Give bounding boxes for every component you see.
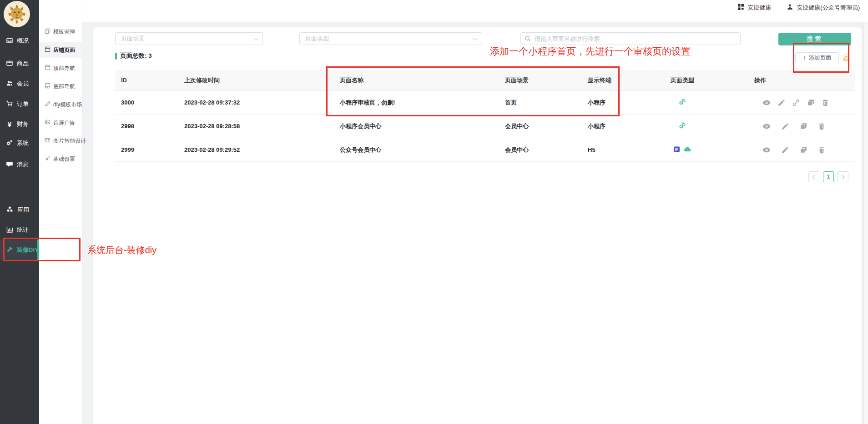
sidebar-item-finance[interactable]: ¥ 财务: [0, 115, 39, 133]
user-menu[interactable]: 安捷健康(公众号管理员): [787, 4, 860, 12]
cell-modified: 2023-02-28 09:28:58: [178, 123, 334, 130]
chevron-left-icon: [812, 175, 817, 179]
apps-icon: [6, 205, 14, 214]
cell-modified: 2023-02-28 09:29:52: [178, 146, 334, 153]
cell-scene: 会员中心: [499, 146, 582, 154]
chevron-down-icon: [254, 36, 258, 41]
brand-logo[interactable]: [4, 1, 30, 27]
cell-name: 小程序会员中心: [334, 122, 499, 130]
copy-icon[interactable]: [799, 146, 807, 154]
cell-type: [646, 121, 719, 131]
cell-id: 3000: [115, 99, 178, 106]
sidebar-item-diy[interactable]: 装修DIY: [0, 239, 39, 260]
cell-id: 2998: [115, 123, 178, 130]
sidebar-item-overview[interactable]: 概况: [0, 32, 39, 50]
cell-terminal: 小程序: [582, 99, 646, 107]
finance-icon: ¥: [6, 120, 13, 128]
top-header: 安捷健康 安捷健康(公众号管理员): [39, 0, 868, 22]
cloud-icon: [683, 145, 692, 155]
submenu-item-top-nav[interactable]: 顶部导航: [39, 60, 82, 76]
bottom-nav-icon: [45, 83, 50, 90]
submenu-item-basic-settings[interactable]: 基础设置: [39, 151, 82, 167]
total-count-label: 页面总数: 3: [120, 52, 152, 60]
cell-scene: 会员中心: [499, 122, 582, 130]
delete-icon[interactable]: [818, 122, 826, 130]
sidebar-item-orders[interactable]: 订单: [0, 95, 39, 113]
image-design-icon: [45, 137, 50, 145]
vertical-scrollbar[interactable]: [863, 22, 868, 424]
overview-icon: [6, 37, 13, 45]
active-item-indicator: [37, 239, 39, 260]
annotation-note-bottom: 系统后台-装修diy: [87, 244, 156, 256]
cell-modified: 2023-02-28 09:37:32: [178, 99, 334, 106]
search-input[interactable]: [520, 32, 741, 45]
cell-name: 小程序审核页，勿删!: [334, 99, 499, 107]
table-row: 2998 2023-02-28 09:28:58 小程序会员中心 会员中心 小程…: [115, 115, 855, 138]
submenu-item-smart-image[interactable]: 图片智能设计: [39, 133, 82, 149]
members-icon: [6, 80, 13, 88]
view-icon[interactable]: [762, 98, 771, 107]
cell-name: 公众号会员中心: [334, 146, 499, 154]
copy-icon[interactable]: [807, 99, 815, 107]
submenu-item-shop-pages[interactable]: 店铺页面: [39, 42, 82, 58]
col-header-id: ID: [115, 77, 178, 84]
message-icon: [6, 160, 13, 169]
cell-scene: 首页: [499, 99, 582, 107]
page-type-select[interactable]: 页面类型: [299, 32, 482, 45]
delete-icon[interactable]: [818, 146, 826, 154]
copy-icon[interactable]: [799, 122, 807, 130]
submenu-item-splash-ad[interactable]: 首屏广告: [39, 115, 82, 130]
pages-table: ID 上次修改时间 页面名称 页面场景 显示终端 页面类型 操作 3000 20…: [115, 70, 855, 162]
plus-icon: +: [802, 54, 806, 61]
sidebar-item-stats[interactable]: 统计: [0, 221, 39, 239]
cell-actions: [719, 98, 855, 107]
search-icon: [525, 35, 531, 44]
sidebar-item-members[interactable]: 会员: [0, 75, 39, 93]
ad-banner-icon: [45, 119, 50, 126]
total-summary: 页面总数: 3: [115, 52, 152, 60]
app-window: 安捷健康 安捷健康(公众号管理员): [0, 0, 868, 424]
page-number-button[interactable]: 1: [823, 171, 834, 182]
workspace-switcher[interactable]: 安捷健康: [737, 4, 771, 12]
chevron-down-icon: [473, 36, 478, 41]
sidebar-item-apps[interactable]: 应用: [0, 201, 39, 219]
cell-terminal: H5: [582, 146, 646, 153]
orders-icon: [6, 100, 13, 109]
miniprogram-icon: [678, 98, 686, 107]
edit-icon[interactable]: [781, 146, 789, 154]
next-page-button[interactable]: [838, 171, 848, 182]
system-icon: [6, 139, 13, 148]
prev-page-button[interactable]: [808, 171, 819, 182]
link-icon[interactable]: [792, 99, 800, 107]
workspace-label: 安捷健康: [747, 4, 771, 12]
user-icon: [787, 4, 793, 12]
page-name-search: [520, 32, 741, 45]
cell-actions: [719, 122, 855, 131]
sidebar-item-system[interactable]: 系统: [0, 134, 39, 152]
diy-hammer-icon: [6, 246, 13, 254]
col-header-terminal: 显示终端: [582, 76, 646, 85]
col-header-name: 页面名称: [334, 76, 499, 85]
pagination: 1: [808, 171, 848, 182]
submenu-item-template-manage[interactable]: 模板管理: [39, 24, 82, 40]
submenu-item-diy-market[interactable]: diy模板市场: [39, 97, 82, 112]
view-icon[interactable]: [762, 145, 771, 155]
col-header-type: 页面类型: [646, 76, 719, 85]
delete-icon[interactable]: [821, 99, 829, 107]
add-page-button[interactable]: + 添加页面: [795, 52, 839, 63]
sidebar-item-messages[interactable]: 消息: [0, 155, 39, 174]
col-header-scene: 页面场景: [499, 76, 582, 85]
cell-type: [646, 145, 719, 155]
view-icon[interactable]: [762, 122, 771, 131]
summary-accent-bar: [115, 53, 117, 60]
cell-id: 2999: [115, 146, 178, 153]
page-scene-select[interactable]: 页面场景: [115, 32, 263, 45]
stats-icon: [6, 226, 13, 234]
edit-icon[interactable]: [781, 122, 789, 130]
sidebar-item-goods[interactable]: 商品: [0, 55, 39, 73]
edit-icon[interactable]: [777, 99, 786, 107]
submenu-item-bottom-nav[interactable]: 底部导航: [39, 79, 82, 94]
cell-actions: [719, 145, 855, 155]
alert-siren-icon[interactable]: [842, 53, 851, 64]
search-button[interactable]: 搜索: [778, 33, 851, 45]
